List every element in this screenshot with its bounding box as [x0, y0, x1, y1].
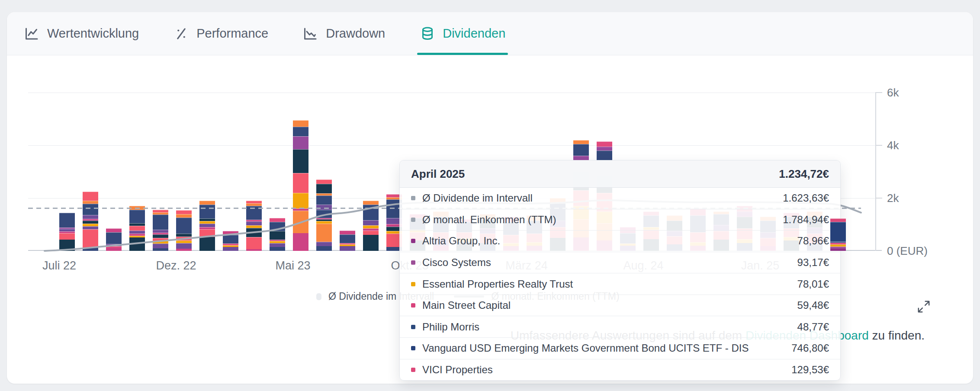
bar-segment — [597, 141, 612, 147]
bar-segment — [129, 226, 145, 231]
y-axis-tick — [875, 145, 882, 146]
bar-segment — [830, 218, 846, 222]
bar-segment — [106, 228, 122, 232]
y-axis-tick — [875, 92, 882, 93]
dividend-bar[interactable] — [830, 218, 846, 251]
bar-segment — [176, 243, 192, 249]
bar-segment — [830, 222, 846, 242]
tooltip-row: Cisco Systems93,17€ — [400, 252, 840, 273]
bar-segment — [363, 231, 379, 235]
bar-segment — [293, 193, 308, 209]
line-chart-icon — [24, 26, 40, 42]
dashed-line-icon — [316, 293, 321, 300]
bar-segment — [293, 120, 308, 127]
bar-segment — [363, 201, 379, 205]
bar-segment — [573, 140, 589, 144]
bar-segment — [316, 242, 332, 246]
dividend-bar[interactable] — [223, 231, 238, 251]
tooltip-row-label: Essential Properties Realty Trust — [422, 278, 797, 290]
series-color-marker — [411, 346, 415, 350]
bar-segment — [106, 232, 122, 244]
bar-segment — [316, 184, 332, 194]
dividend-bar[interactable] — [270, 218, 285, 251]
bar-segment — [293, 127, 308, 136]
dividend-bar[interactable] — [83, 192, 98, 251]
bar-segment — [176, 237, 192, 240]
bar-segment — [223, 235, 238, 244]
tooltip-row: Ø Dividende im Intervall1.623,63€ — [400, 188, 840, 209]
y-axis-label: 6k — [887, 86, 899, 99]
bar-segment — [83, 215, 98, 219]
page: Wertentwicklung Performance Drawdown — [0, 0, 980, 391]
tooltip-row-value: 1.623,63€ — [783, 192, 829, 204]
dividend-bar[interactable] — [293, 120, 308, 251]
bar-segment — [293, 136, 308, 150]
tab-drawdown[interactable]: Drawdown — [303, 12, 385, 55]
bar-segment — [199, 229, 215, 237]
bar-segment — [573, 144, 589, 156]
bar-segment — [270, 218, 285, 222]
y-axis-label: 4k — [887, 138, 899, 152]
tab-wertentwicklung[interactable]: Wertentwicklung — [24, 12, 139, 55]
x-axis-label: Juli 22 — [42, 259, 76, 272]
bar-segment — [223, 247, 238, 251]
tab-performance[interactable]: Performance — [174, 12, 268, 55]
bar-segment — [129, 210, 145, 223]
expand-chart-button[interactable] — [912, 295, 935, 318]
dividend-bar[interactable] — [176, 210, 192, 251]
dividend-bar[interactable] — [340, 231, 355, 251]
coins-icon — [420, 26, 435, 42]
bar-segment — [176, 234, 192, 237]
tooltip-row: Philip Morris48,77€ — [400, 316, 840, 337]
bar-segment — [199, 224, 215, 228]
tooltip-row-label: Philip Morris — [422, 321, 797, 333]
series-color-marker — [411, 282, 415, 286]
series-color-marker — [411, 303, 415, 308]
bar-segment — [83, 248, 98, 251]
bar-segment — [270, 222, 285, 231]
bar-segment — [340, 246, 355, 251]
gridline — [28, 93, 875, 93]
dividend-bar[interactable] — [106, 228, 122, 251]
bar-segment — [223, 231, 238, 235]
bar-segment — [59, 233, 75, 240]
bar-segment — [83, 221, 98, 224]
bar-segment — [293, 211, 308, 233]
tooltip-rows: Ø Dividende im Intervall1.623,63€Ø monat… — [400, 188, 840, 380]
tooltip-total: 1.234,72€ — [779, 167, 829, 181]
dividend-bar[interactable] — [129, 206, 145, 251]
series-color-marker — [411, 325, 415, 329]
tab-label: Performance — [196, 26, 268, 41]
bar-segment — [83, 201, 98, 204]
bar-segment — [293, 173, 308, 193]
dividend-bar[interactable] — [59, 213, 75, 251]
tooltip-row: Ø monatl. Einkommen (TTM)1.784,94€ — [400, 209, 840, 231]
series-color-marker — [411, 218, 415, 222]
tooltip-row-value: 93,17€ — [797, 256, 829, 269]
bar-segment — [340, 234, 355, 243]
x-axis-label: Mai 23 — [275, 259, 310, 272]
bar-segment — [293, 149, 308, 173]
bar-segment — [153, 244, 168, 248]
tooltip-row-label: VICI Properties — [422, 364, 791, 376]
bar-segment — [83, 229, 98, 248]
bar-segment — [597, 147, 612, 151]
bar-segment — [316, 179, 332, 183]
bar-segment — [153, 234, 168, 238]
bar-segment — [59, 213, 75, 228]
tab-label: Drawdown — [326, 26, 385, 41]
bar-segment — [83, 204, 98, 215]
expand-icon — [916, 299, 932, 314]
bar-segment — [176, 210, 192, 215]
bar-segment — [176, 218, 192, 234]
dividend-bar[interactable] — [316, 179, 332, 251]
y-axis-line — [875, 93, 876, 251]
tab-dividenden[interactable]: Dividenden — [420, 12, 505, 55]
dividend-bar[interactable] — [153, 210, 168, 251]
tab-label: Dividenden — [443, 26, 505, 41]
tooltip-row-label: Ø monatl. Einkommen (TTM) — [422, 214, 783, 226]
chart-tabs: Wertentwicklung Performance Drawdown — [7, 12, 973, 55]
tooltip-row-label: Main Street Capital — [422, 299, 797, 311]
bar-segment — [153, 230, 168, 233]
bar-segment — [59, 240, 75, 251]
